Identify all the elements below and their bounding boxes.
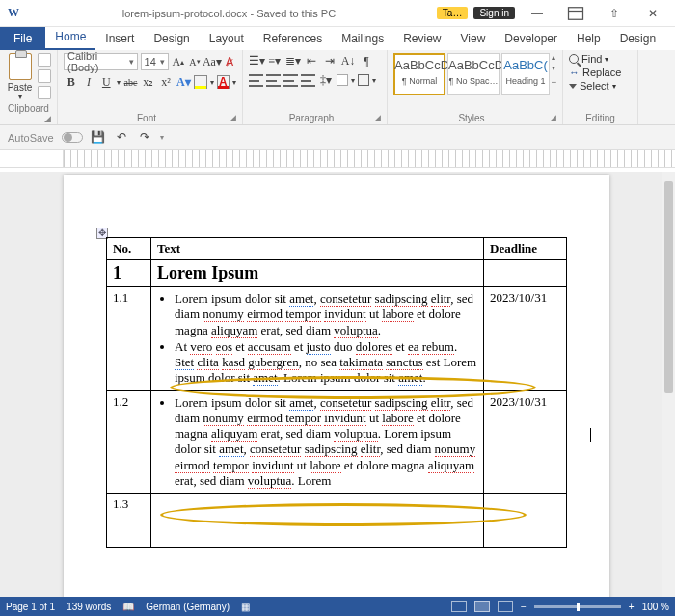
shading-button[interactable]	[337, 74, 348, 86]
tab-design[interactable]: Design	[144, 27, 199, 50]
tab-help[interactable]: Help	[567, 27, 610, 50]
bullets-button[interactable]: ☰▾	[249, 53, 264, 68]
tab-layout[interactable]: Layout	[200, 27, 254, 50]
save-button[interactable]: 💾	[91, 130, 106, 146]
increase-indent-button[interactable]: ⇥	[322, 53, 338, 68]
borders-button[interactable]	[358, 74, 369, 86]
underline-button[interactable]: U	[99, 74, 114, 90]
cell-1-2-text[interactable]: Lorem ipsum dolor sit amet, consetetur s…	[151, 390, 484, 494]
status-macro-icon[interactable]: ▦	[241, 602, 250, 612]
styles-scroll-up[interactable]: ▴	[552, 53, 556, 62]
copy-button[interactable]	[38, 69, 51, 83]
highlight-button[interactable]	[194, 75, 206, 89]
align-center-button[interactable]	[266, 74, 281, 87]
style-normal[interactable]: AaBbCcDc¶ Normal	[393, 53, 446, 95]
header-deadline[interactable]: Deadline	[484, 238, 567, 260]
zoom-slider[interactable]	[534, 605, 621, 608]
autosave-toggle[interactable]	[62, 132, 83, 143]
document-table[interactable]: No. Text Deadline 1 Lorem Ipsum 1.1 Lore…	[106, 237, 567, 548]
cell-1-text[interactable]: Lorem Ipsum	[151, 260, 484, 287]
qat-more[interactable]: ▾	[160, 133, 164, 142]
status-page[interactable]: Page 1 of 1	[6, 602, 55, 612]
font-name-combo[interactable]: Calibri (Body)▾	[64, 53, 138, 70]
replace-button[interactable]: ↔Replace	[569, 67, 632, 78]
cell-1-2-dl[interactable]: 2023/10/31	[484, 390, 567, 494]
list-item[interactable]: Lorem ipsum dolor sit amet, consetetur s…	[175, 395, 477, 490]
tab-developer[interactable]: Developer	[495, 27, 567, 50]
cell-1-no[interactable]: 1	[107, 260, 151, 287]
styles-dialog-launcher[interactable]: ◢	[550, 113, 556, 122]
line-spacing-button[interactable]: ‡▾	[318, 72, 334, 88]
paste-button[interactable]: Paste ▾	[6, 53, 34, 101]
status-language[interactable]: German (Germany)	[146, 602, 230, 612]
decrease-indent-button[interactable]: ⇤	[304, 53, 319, 68]
style-heading1[interactable]: AaBbC(Heading 1	[501, 53, 550, 95]
font-size-combo[interactable]: 14▾	[141, 53, 169, 70]
cell-1-2-no[interactable]: 1.2	[107, 390, 151, 494]
tab-table-design[interactable]: Design	[610, 27, 665, 50]
strike-button[interactable]: abc	[123, 74, 138, 90]
change-case-button[interactable]: Aa▾	[204, 54, 220, 69]
vertical-scrollbar[interactable]	[662, 172, 675, 597]
status-proofing-icon[interactable]: 📖	[122, 602, 134, 612]
undo-button[interactable]: ↶	[114, 130, 129, 146]
cell-1-1-text[interactable]: Lorem ipsum dolor sit amet, consetetur s…	[151, 287, 484, 391]
justify-button[interactable]	[301, 74, 315, 87]
minimize-button[interactable]: ―	[521, 4, 554, 23]
numbering-button[interactable]: ≡▾	[267, 53, 283, 68]
format-painter-button[interactable]	[38, 86, 51, 99]
tab-review[interactable]: Review	[393, 27, 450, 50]
subscript-button[interactable]: x₂	[141, 74, 155, 90]
tab-file[interactable]: File	[0, 27, 45, 50]
close-button[interactable]: ✕	[636, 4, 669, 23]
select-button[interactable]: Select ▾	[569, 80, 632, 92]
text-effects-button[interactable]: A▾	[176, 74, 191, 90]
list-item[interactable]: At vero eos et accusam et justo duo dolo…	[175, 339, 477, 387]
show-marks-button[interactable]: ¶	[359, 53, 374, 68]
cell-1-3-no[interactable]: 1.3	[107, 494, 151, 548]
bold-button[interactable]: B	[64, 74, 78, 90]
cell-1-dl[interactable]	[484, 260, 567, 287]
tab-references[interactable]: References	[254, 27, 332, 50]
styles-scroll-down[interactable]: ▾	[552, 64, 556, 72]
tab-view[interactable]: View	[451, 27, 496, 50]
ribbon-options-icon[interactable]	[559, 4, 592, 23]
sort-button[interactable]: A↓	[340, 53, 356, 68]
style-nospacing[interactable]: AaBbCcDc¶ No Spac…	[447, 53, 500, 95]
view-read-button[interactable]	[451, 601, 467, 612]
tab-mailings[interactable]: Mailings	[332, 27, 393, 50]
cell-1-3-dl[interactable]	[484, 494, 567, 548]
font-color-button[interactable]: A	[217, 75, 230, 89]
font-dialog-launcher[interactable]: ◢	[230, 113, 236, 122]
clipboard-dialog-launcher[interactable]: ◢	[44, 114, 51, 123]
cell-1-1-dl[interactable]: 2023/10/31	[484, 287, 567, 391]
document-area[interactable]: ✥ No. Text Deadline 1 Lorem Ipsum 1.1 Lo…	[0, 172, 662, 597]
view-print-button[interactable]	[474, 601, 490, 612]
page[interactable]: ✥ No. Text Deadline 1 Lorem Ipsum 1.1 Lo…	[64, 175, 609, 597]
share-button[interactable]: ⇧	[598, 4, 631, 23]
styles-expand[interactable]: ⎯	[552, 74, 556, 83]
cut-button[interactable]	[38, 53, 51, 67]
multilevel-button[interactable]: ≣▾	[285, 53, 301, 68]
redo-button[interactable]: ↷	[137, 130, 152, 146]
zoom-value[interactable]: 100 %	[642, 602, 669, 612]
header-text[interactable]: Text	[151, 238, 484, 260]
scroll-thumb[interactable]	[664, 181, 673, 393]
table-tools-pill[interactable]: Ta…	[437, 7, 469, 19]
zoom-out-button[interactable]: −	[521, 602, 526, 612]
shrink-font-button[interactable]: A▾	[188, 54, 202, 69]
superscript-button[interactable]: x²	[158, 74, 173, 90]
status-words[interactable]: 139 words	[67, 602, 111, 612]
tab-insert[interactable]: Insert	[95, 27, 144, 50]
paragraph-dialog-launcher[interactable]: ◢	[374, 113, 381, 122]
align-right-button[interactable]	[284, 74, 298, 87]
zoom-in-button[interactable]: +	[629, 602, 634, 612]
find-button[interactable]: Find ▾	[569, 53, 632, 65]
header-no[interactable]: No.	[107, 238, 151, 260]
sign-in-button[interactable]: Sign in	[473, 7, 515, 19]
clear-format-button[interactable]: A̷	[223, 54, 236, 69]
grow-font-button[interactable]: A▴	[172, 54, 185, 69]
align-left-button[interactable]	[249, 74, 263, 87]
cell-1-1-no[interactable]: 1.1	[107, 287, 151, 391]
italic-button[interactable]: I	[81, 74, 95, 90]
